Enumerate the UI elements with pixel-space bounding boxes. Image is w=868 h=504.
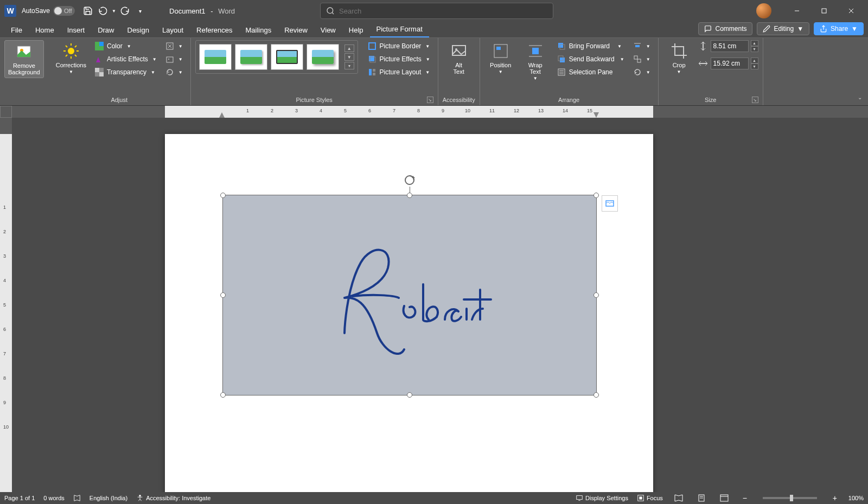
resize-handle-tl[interactable] [220, 193, 226, 198]
redo-button[interactable] [117, 3, 132, 18]
position-button[interactable]: Position ▼ [484, 40, 517, 76]
right-indent-marker[interactable] [593, 112, 599, 118]
tab-view[interactable]: View [314, 23, 342, 37]
zoom-slider-thumb[interactable] [790, 495, 793, 501]
compress-icon [165, 42, 174, 50]
tab-design[interactable]: Design [121, 23, 156, 37]
rotate-button[interactable]: ▼ [630, 66, 654, 78]
gallery-scroll-down[interactable]: ▼ [344, 53, 354, 61]
read-mode-button[interactable] [672, 493, 686, 503]
artistic-effects-button[interactable]: Artistic Effects▼ [92, 53, 160, 65]
alt-text-button[interactable]: Alt Text [443, 40, 475, 77]
remove-background-button[interactable]: Remove Background [4, 40, 44, 78]
selected-picture[interactable] [222, 195, 597, 395]
undo-button[interactable] [95, 3, 111, 18]
style-thumb-3[interactable] [271, 44, 303, 70]
zoom-in-button[interactable]: + [830, 493, 840, 503]
zoom-out-button[interactable]: − [740, 493, 750, 503]
picture-border-button[interactable]: Picture Border▼ [365, 40, 433, 52]
comments-button[interactable]: Comments [698, 22, 752, 35]
qat-customize[interactable]: ▾ [132, 3, 148, 18]
height-input[interactable] [711, 40, 749, 52]
height-spin-up[interactable]: ▲ [751, 40, 758, 46]
share-button[interactable]: Share ▼ [814, 22, 864, 35]
zoom-slider[interactable] [763, 497, 817, 499]
resize-handle-bm[interactable] [407, 392, 412, 398]
bring-forward-button[interactable]: Bring Forward▼ [554, 40, 628, 52]
width-input[interactable] [711, 58, 749, 69]
remove-bg-label: Remove Background [8, 62, 40, 75]
undo-dropdown[interactable]: ▼ [111, 3, 117, 18]
search-box[interactable] [320, 3, 553, 19]
tab-mailings[interactable]: Mailings [239, 23, 278, 37]
reset-picture-button[interactable]: ▼ [162, 66, 186, 78]
focus-mode-button[interactable]: Focus [637, 494, 663, 502]
horizontal-ruler[interactable]: 1 2 3 4 5 6 7 8 9 10 11 12 13 14 15 [12, 106, 868, 118]
size-launcher[interactable]: ↘ [752, 97, 758, 103]
layout-options-icon [604, 198, 615, 209]
selection-pane-button[interactable]: Selection Pane [554, 66, 628, 78]
change-picture-button[interactable]: ▼ [162, 53, 186, 65]
style-thumb-1[interactable] [199, 44, 232, 70]
width-spin-up[interactable]: ▲ [751, 58, 758, 63]
document-area[interactable] [12, 118, 868, 492]
group-button[interactable]: ▼ [630, 53, 654, 65]
width-spin-down[interactable]: ▼ [751, 63, 758, 69]
gallery-scroll-up[interactable]: ▲ [344, 44, 354, 52]
corrections-button[interactable]: Corrections ▼ [53, 40, 90, 76]
crop-button[interactable]: Crop ▼ [663, 40, 695, 76]
maximize-button[interactable] [812, 2, 837, 20]
word-count[interactable]: 0 words [43, 495, 65, 501]
page[interactable] [165, 134, 653, 492]
tab-insert[interactable]: Insert [61, 23, 92, 37]
style-thumb-2[interactable] [235, 44, 267, 70]
collapse-ribbon-button[interactable]: ⌄ [855, 92, 865, 102]
wrap-text-button[interactable]: Wrap Text ▼ [519, 40, 552, 83]
tab-picture-format[interactable]: Picture Format [370, 22, 429, 37]
resize-handle-ml[interactable] [220, 292, 226, 298]
tab-review[interactable]: Review [278, 23, 314, 37]
height-spin-down[interactable]: ▼ [751, 46, 758, 52]
tab-draw[interactable]: Draw [91, 23, 120, 37]
search-input[interactable] [339, 7, 547, 15]
resize-handle-tm[interactable] [407, 193, 412, 198]
resize-handle-tr[interactable] [593, 193, 599, 198]
user-avatar[interactable] [756, 3, 771, 18]
tab-layout[interactable]: Layout [156, 23, 190, 37]
compress-pictures-button[interactable]: ▼ [162, 40, 186, 52]
web-layout-button[interactable] [717, 493, 731, 503]
editing-mode-button[interactable]: Editing ▼ [757, 22, 809, 35]
vertical-ruler[interactable]: 1 2 3 4 5 6 7 8 9 10 [0, 118, 12, 492]
tab-references[interactable]: References [190, 23, 239, 37]
page-info[interactable]: Page 1 of 1 [4, 495, 35, 501]
layout-options-button[interactable] [602, 195, 618, 212]
autosave-toggle[interactable]: Off [53, 6, 75, 16]
display-settings-button[interactable]: Display Settings [576, 494, 628, 502]
zoom-level[interactable]: 100% [848, 495, 864, 501]
tab-home[interactable]: Home [29, 23, 61, 37]
book-icon [73, 494, 81, 502]
resize-handle-br[interactable] [593, 392, 599, 398]
resize-handle-bl[interactable] [220, 392, 226, 398]
rotate-handle[interactable] [403, 174, 416, 187]
first-line-indent-marker[interactable] [219, 112, 225, 118]
transparency-button[interactable]: Transparency▼ [92, 66, 160, 78]
styles-launcher[interactable]: ↘ [427, 97, 433, 103]
print-layout-button[interactable] [694, 493, 709, 503]
spell-check-button[interactable] [73, 494, 81, 502]
style-thumb-4[interactable] [307, 44, 339, 70]
tab-file[interactable]: File [4, 23, 29, 37]
picture-effects-button[interactable]: Picture Effects▼ [365, 53, 433, 65]
picture-layout-button[interactable]: Picture Layout▼ [365, 66, 433, 78]
send-backward-button[interactable]: Send Backward▼ [554, 53, 628, 65]
language-status[interactable]: English (India) [90, 495, 127, 501]
gallery-more-button[interactable]: ▾ [344, 62, 354, 69]
color-button[interactable]: Color▼ [92, 40, 160, 52]
save-button[interactable] [80, 3, 95, 18]
resize-handle-mr[interactable] [593, 292, 599, 298]
align-button[interactable]: ▼ [630, 40, 654, 52]
minimize-button[interactable] [784, 2, 809, 20]
tab-help[interactable]: Help [342, 23, 370, 37]
accessibility-status[interactable]: Accessibility: Investigate [136, 494, 210, 502]
close-button[interactable] [839, 2, 864, 20]
